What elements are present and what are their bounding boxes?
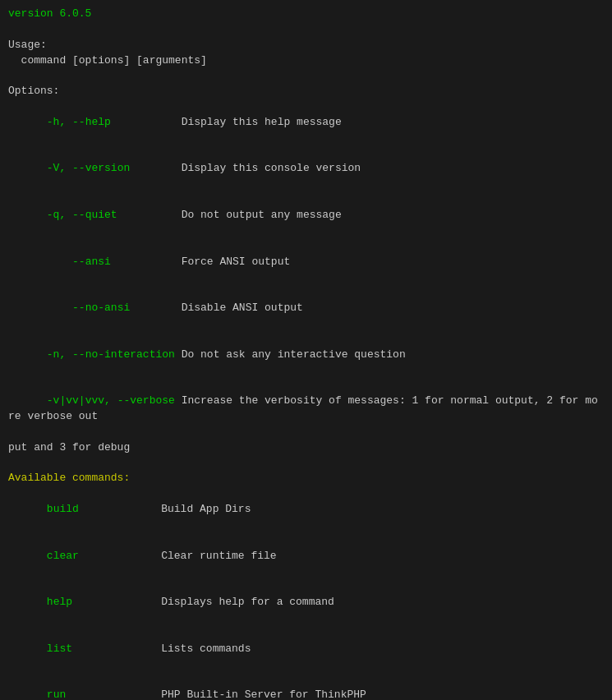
cmd-name: list	[34, 642, 161, 657]
option-no-interaction: -n, --no-interaction Do not ask any inte…	[8, 332, 604, 379]
usage-command: command [options] [arguments]	[8, 53, 604, 69]
cmd-name: help	[34, 595, 161, 610]
cmd-build: build Build App Dirs	[8, 486, 604, 533]
options-header: Options:	[8, 84, 604, 99]
option-desc: Display this console version	[182, 162, 361, 174]
cmd-name: build	[34, 502, 161, 518]
blank-3	[8, 455, 604, 471]
option-flag: --ansi	[34, 256, 181, 268]
cmd-desc: Clear runtime file	[161, 550, 276, 562]
option-flag: -q, --quiet	[34, 209, 181, 221]
option-desc: Do not output any message	[182, 209, 342, 221]
usage-header: Usage:	[8, 38, 604, 53]
blank-1	[8, 22, 604, 38]
option-desc: Do not ask any interactive question	[182, 348, 406, 361]
option-flag: -n, --no-interaction	[34, 348, 181, 361]
option-flag: -v|vv|vvv, --verbose	[34, 394, 181, 407]
cmd-desc: Displays help for a command	[161, 596, 334, 608]
blank-2	[8, 68, 604, 84]
terminal: version 6.0.5 Usage: command [options] […	[8, 7, 604, 700]
option-desc: Display this help message	[182, 116, 342, 128]
option-flag: -h, --help	[34, 116, 181, 128]
option-version: -V, --version Display this console versi…	[8, 146, 604, 193]
option-quiet: -q, --quiet Do not output any message	[8, 192, 604, 239]
option-flag: --no-ansi	[34, 302, 181, 314]
cmd-desc: Build App Dirs	[161, 503, 251, 515]
cmd-desc: PHP Built-in Server for ThinkPHP	[161, 688, 366, 700]
cmd-list: list Lists commands	[8, 626, 604, 673]
option-verbose: -v|vv|vvv, --verbose Increase the verbos…	[8, 378, 604, 440]
cmd-name: run	[34, 688, 161, 700]
option-no-ansi: --no-ansi Disable ANSI output	[8, 285, 604, 332]
available-header: Available commands:	[8, 471, 604, 486]
cmd-desc: Lists commands	[161, 642, 251, 655]
option-help: -h, --help Display this help message	[8, 99, 604, 146]
option-desc: Disable ANSI output	[182, 302, 303, 314]
option-ansi: --ansi Force ANSI output	[8, 239, 604, 286]
verbose-extra: put and 3 for debug	[8, 440, 604, 456]
cmd-clear: clear Clear runtime file	[8, 533, 604, 580]
cmd-run: run PHP Built-in Server for ThinkPHP	[8, 672, 604, 700]
cmd-name: clear	[34, 549, 161, 564]
option-desc: Force ANSI output	[182, 256, 291, 268]
version-line: version 6.0.5	[8, 7, 604, 22]
option-flag: -V, --version	[34, 162, 181, 174]
cmd-help: help Displays help for a command	[8, 579, 604, 626]
